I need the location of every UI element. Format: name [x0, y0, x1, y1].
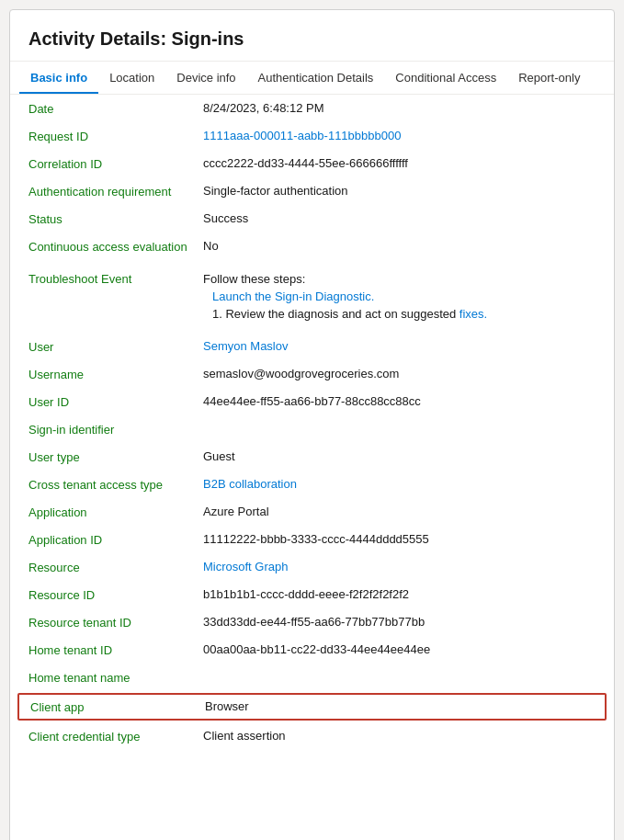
label-status: Status	[28, 211, 203, 226]
value-status: Success	[203, 211, 596, 225]
tab-bar: Basic info Location Device info Authenti…	[10, 62, 614, 95]
value-username: semaslov@woodgrovegroceries.com	[203, 367, 596, 380]
value-home-tenant-id: 00aa00aa-bb11-cc22-dd33-44ee44ee44ee	[203, 642, 596, 656]
row-resource: Resource Microsoft Graph	[10, 553, 614, 581]
row-user-type: User type Guest	[10, 443, 614, 471]
row-troubleshoot: Troubleshoot Event Follow these steps: L…	[10, 266, 614, 327]
row-continuous-access: Continuous access evaluation No	[10, 233, 614, 260]
tab-content: Date 8/24/2023, 6:48:12 PM Request ID 11…	[10, 95, 614, 759]
troubleshoot-content: Follow these steps: Launch the Sign-in D…	[203, 272, 596, 321]
row-resource-id: Resource ID b1b1b1b1-cccc-dddd-eeee-f2f2…	[10, 581, 614, 608]
row-sign-in-identifier: Sign-in identifier	[10, 415, 614, 443]
review-text: 1. Review the diagnosis and act on sugge…	[203, 307, 596, 321]
value-application: Azure Portal	[203, 505, 596, 518]
label-cross-tenant-access-type: Cross tenant access type	[28, 477, 203, 492]
label-resource: Resource	[28, 560, 203, 574]
tab-device-info[interactable]: Device info	[165, 62, 246, 94]
label-user: User	[28, 339, 203, 354]
label-user-type: User type	[28, 449, 203, 464]
value-continuous-access: No	[203, 239, 596, 253]
value-client-app: Browser	[205, 699, 594, 713]
label-client-credential-type: Client credential type	[28, 729, 203, 744]
value-resource[interactable]: Microsoft Graph	[203, 560, 596, 573]
row-client-credential-type: Client credential type Client assertion	[10, 722, 614, 750]
row-auth-requirement: Authentication requirement Single-factor…	[10, 177, 614, 205]
label-request-id: Request ID	[28, 129, 203, 143]
label-application-id: Application ID	[28, 532, 203, 547]
row-client-app: Client app Browser	[17, 693, 607, 721]
activity-details-panel: Activity Details: Sign-ins Basic info Lo…	[9, 9, 615, 840]
tab-report-only[interactable]: Report-only	[507, 62, 591, 94]
value-user-type: Guest	[203, 449, 596, 463]
value-application-id: 11112222-bbbb-3333-cccc-4444dddd5555	[203, 532, 596, 546]
label-auth-requirement: Authentication requirement	[28, 184, 203, 199]
row-resource-tenant-id: Resource tenant ID 33dd33dd-ee44-ff55-aa…	[10, 608, 614, 636]
value-resource-id: b1b1b1b1-cccc-dddd-eeee-f2f2f2f2f2f2	[203, 587, 596, 601]
label-date: Date	[28, 101, 203, 116]
tab-conditional-access[interactable]: Conditional Access	[384, 62, 507, 94]
label-username: Username	[28, 367, 203, 381]
label-continuous-access: Continuous access evaluation	[28, 239, 203, 254]
row-cross-tenant-access-type: Cross tenant access type B2B collaborati…	[10, 471, 614, 498]
value-auth-requirement: Single-factor authentication	[203, 184, 596, 198]
label-user-id: User ID	[28, 394, 203, 409]
row-user: User Semyon Maslov	[10, 333, 614, 360]
label-correlation-id: Correlation ID	[28, 156, 203, 171]
label-resource-tenant-id: Resource tenant ID	[28, 615, 203, 630]
row-username: Username semaslov@woodgrovegroceries.com	[10, 360, 614, 388]
row-user-id: User ID 44ee44ee-ff55-aa66-bb77-88cc88cc…	[10, 388, 614, 415]
row-application: Application Azure Portal	[10, 498, 614, 526]
label-troubleshoot: Troubleshoot Event	[28, 272, 203, 286]
value-client-credential-type: Client assertion	[203, 729, 596, 743]
label-home-tenant-name: Home tenant name	[28, 670, 203, 685]
tab-basic-info[interactable]: Basic info	[19, 62, 98, 94]
row-home-tenant-id: Home tenant ID 00aa00aa-bb11-cc22-dd33-4…	[10, 636, 614, 664]
panel-title: Activity Details: Sign-ins	[10, 10, 614, 62]
row-status: Status Success	[10, 205, 614, 233]
row-date: Date 8/24/2023, 6:48:12 PM	[10, 95, 614, 122]
value-correlation-id: cccc2222-dd33-4444-55ee-666666ffffff	[203, 156, 596, 170]
label-client-app: Client app	[30, 699, 205, 714]
row-correlation-id: Correlation ID cccc2222-dd33-4444-55ee-6…	[10, 150, 614, 177]
value-cross-tenant-access-type[interactable]: B2B collaboration	[203, 477, 596, 491]
tab-authentication-details[interactable]: Authentication Details	[247, 62, 385, 94]
label-application: Application	[28, 505, 203, 519]
value-date: 8/24/2023, 6:48:12 PM	[203, 101, 596, 115]
row-home-tenant-name: Home tenant name	[10, 664, 614, 691]
value-user[interactable]: Semyon Maslov	[203, 339, 596, 353]
label-home-tenant-id: Home tenant ID	[28, 642, 203, 657]
label-resource-id: Resource ID	[28, 587, 203, 602]
tab-location[interactable]: Location	[98, 62, 165, 94]
follow-steps-text: Follow these steps:	[203, 272, 596, 286]
row-request-id: Request ID 1111aaa-000011-aabb-111bbbbb0…	[10, 122, 614, 150]
fixes-link[interactable]: fixes.	[459, 307, 487, 321]
row-application-id: Application ID 11112222-bbbb-3333-cccc-4…	[10, 526, 614, 553]
value-resource-tenant-id: 33dd33dd-ee44-ff55-aa66-77bb77bb77bb	[203, 615, 596, 629]
launch-diagnostic-link[interactable]: Launch the Sign-in Diagnostic.	[203, 289, 596, 303]
label-sign-in-identifier: Sign-in identifier	[28, 422, 203, 437]
value-user-id: 44ee44ee-ff55-aa66-bb77-88cc88cc88cc	[203, 394, 596, 408]
value-request-id[interactable]: 1111aaa-000011-aabb-111bbbbb000	[203, 129, 596, 142]
